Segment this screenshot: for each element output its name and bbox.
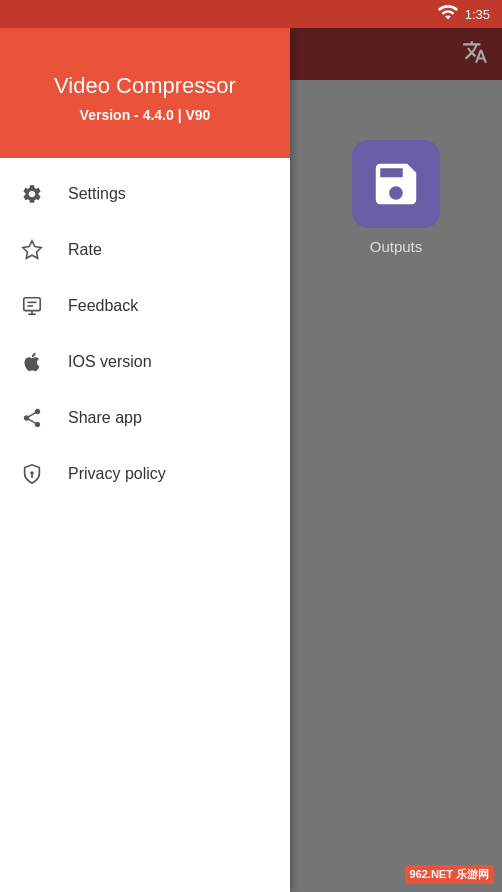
drawer-version: Version - 4.4.0 | V90: [80, 107, 211, 123]
drawer-header: Video Compressor Version - 4.4.0 | V90: [0, 28, 290, 158]
feedback-label: Feedback: [68, 297, 138, 315]
outputs-card[interactable]: Outputs: [352, 140, 440, 255]
privacy-label: Privacy policy: [68, 465, 166, 483]
content-topbar: [290, 28, 502, 80]
menu-item-rate[interactable]: Rate: [0, 222, 290, 278]
status-time: 1:35: [465, 7, 490, 22]
status-bar: 1:35: [0, 0, 502, 28]
outputs-icon-box: [352, 140, 440, 228]
drawer-title: Video Compressor: [54, 73, 236, 99]
outputs-label: Outputs: [370, 238, 423, 255]
main-container: Video Compressor Version - 4.4.0 | V90 S…: [0, 28, 502, 892]
menu-item-privacy[interactable]: Privacy policy: [0, 446, 290, 502]
svg-point-6: [30, 471, 34, 475]
rate-label: Rate: [68, 241, 102, 259]
share-label: Share app: [68, 409, 142, 427]
drawer-menu: Settings Rate: [0, 158, 290, 892]
comment-icon: [20, 294, 44, 318]
share-icon: [20, 406, 44, 430]
watermark: 962.NET 乐游网: [405, 865, 494, 884]
ios-label: IOS version: [68, 353, 152, 371]
shield-icon: [20, 462, 44, 486]
menu-item-feedback[interactable]: Feedback: [0, 278, 290, 334]
star-icon: [20, 238, 44, 262]
settings-label: Settings: [68, 185, 126, 203]
svg-rect-1: [24, 298, 41, 311]
wifi-icon: [437, 1, 459, 27]
svg-marker-0: [23, 241, 41, 258]
translate-icon[interactable]: [462, 39, 488, 69]
apple-icon: [20, 350, 44, 374]
menu-item-settings[interactable]: Settings: [0, 166, 290, 222]
content-body: Outputs: [290, 80, 502, 892]
drawer: Video Compressor Version - 4.4.0 | V90 S…: [0, 28, 290, 892]
content-area: Outputs: [290, 28, 502, 892]
menu-item-share[interactable]: Share app: [0, 390, 290, 446]
gear-icon: [20, 182, 44, 206]
menu-item-ios[interactable]: IOS version: [0, 334, 290, 390]
